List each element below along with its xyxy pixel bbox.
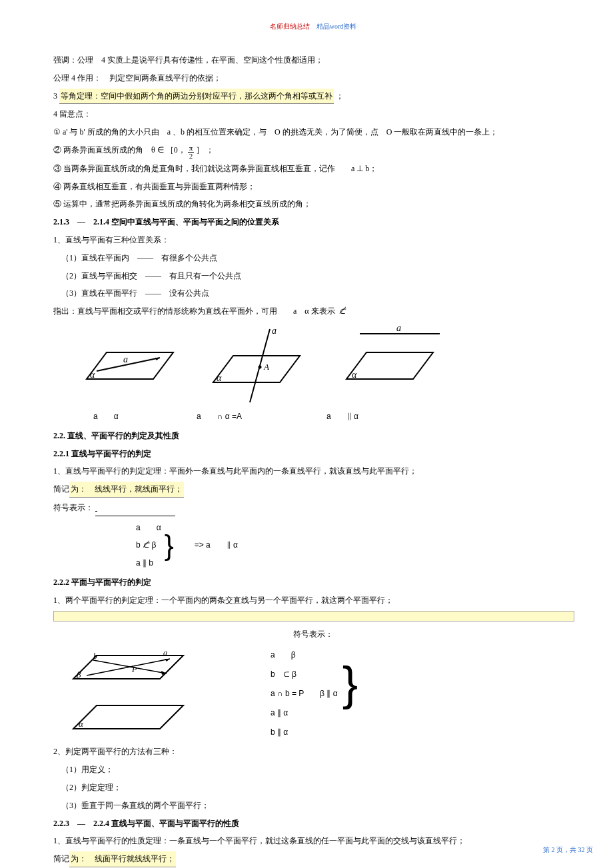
list-item: （3）垂直于同一条直线的两个平面平行；	[53, 798, 573, 813]
highlight-text: 等角定理：空间中假如两个角的两边分别对应平行，那么这两个角相等或互补	[59, 89, 334, 105]
paragraph: 2、判定两平面平行的方法有三种：	[53, 744, 573, 759]
text: 指出：直线与平面相交或平行的情形统称为直线在平面外，可用 a α 来表示	[53, 306, 335, 316]
paragraph: 公理 4 作用： 判定空间两条直线平行的依据；	[53, 71, 573, 86]
section-heading: 2.2.3 — 2.2.4 直线与平面、平面与平面平行的性质	[53, 816, 573, 831]
period: ；	[336, 91, 344, 101]
diagram-and-symbols: a b P β α a β } b ⊂ β a ∩ b = P β ∥ α a …	[53, 646, 573, 741]
text: ］ ；	[196, 145, 214, 155]
svg-text:a: a	[272, 326, 277, 336]
sym-line: a β	[267, 646, 342, 665]
caption: a ∩ α =A	[197, 409, 326, 424]
highlight-box	[53, 611, 574, 622]
diagram-line-parallel-plane: a α	[333, 326, 446, 389]
paragraph: 强调：公理 4 实质上是说平行具有传递性，在平面、空间这个性质都适用；	[53, 53, 573, 68]
paragraph: 符号表示：	[53, 500, 573, 516]
paragraph: 简记为： 线线平行，就线面平行；	[53, 482, 573, 498]
text: ② 两条异面直线所成的角 θ ∈ ［0，	[53, 145, 186, 155]
paragraph: 1、直线与平面有三种位置关系：	[53, 232, 573, 248]
section-heading: 2.2.1 直线与平面平行的判定	[53, 446, 573, 462]
text: 简记	[53, 484, 69, 494]
list-item: （2）直线与平面相交 —— 有且只有一个公共点	[53, 268, 573, 284]
svg-text:α: α	[79, 719, 84, 729]
sym-result: => a ∥ α	[175, 519, 239, 572]
page-footer: 第 2 页，共 32 页	[543, 843, 593, 856]
list-item: （2）判定定理；	[53, 780, 573, 795]
symbol-notation-2: a β } b ⊂ β a ∩ b = P β ∥ α a ∥ α b ∥ α	[267, 646, 364, 741]
sym-line: a α	[133, 519, 164, 537]
label: 符号表示：	[53, 627, 573, 642]
svg-text:A: A	[263, 362, 269, 372]
svg-text:a: a	[163, 648, 167, 657]
caption: a α	[93, 409, 197, 424]
paragraph: 4 留意点：	[53, 107, 573, 122]
svg-text:a: a	[123, 354, 128, 364]
paragraph: 1、直线与平面平行的性质定理：一条直线与一个平面平行，就过这条直线的任一平面与此…	[53, 833, 573, 849]
symbol-notation-1: a α } => a ∥ α b ⊂ β a ∥ b	[133, 519, 267, 572]
svg-text:β: β	[76, 669, 81, 679]
diagram-captions: a α a ∩ α =A a ∥ α	[93, 409, 573, 424]
section-heading: 2.2. 直线、平面平行的判定及其性质	[53, 428, 573, 444]
paragraph: 3 等角定理：空间中假如两个角的两边分别对应平行，那么这两个角相等或互补 ；	[53, 89, 573, 105]
svg-text:α: α	[352, 370, 357, 380]
svg-text:b: b	[93, 651, 97, 661]
paragraph: 简记为： 线面平行就线线平行；	[53, 851, 573, 867]
header-red: 名师归纳总结	[270, 23, 310, 30]
plane-diagrams: a α a A α a α	[73, 326, 573, 406]
svg-text:P: P	[131, 665, 137, 674]
paragraph: 指出：直线与平面相交或平行的情形统称为直线在平面外，可用 a α 来表示 ⊂	[53, 304, 573, 319]
sym-line: a ∥ α	[267, 703, 342, 723]
not-subset-icon: ⊂	[339, 304, 346, 319]
highlight-text: 为： 线线平行，就线面平行；	[69, 482, 184, 498]
svg-line-1	[97, 358, 160, 371]
header-blue: 精品word资料	[316, 23, 357, 30]
svg-marker-0	[87, 352, 173, 379]
diagram-line-in-plane: a α	[73, 326, 180, 389]
sym-line: b ∥ α	[267, 723, 342, 742]
section-heading: 2.2.2 平面与平面平行的判定	[53, 575, 573, 590]
item-number: 3	[53, 91, 57, 101]
paragraph: ④ 两条直线相互垂直，有共面垂直与异面垂直两种情形；	[53, 179, 573, 195]
svg-text:α: α	[90, 370, 95, 380]
highlight-text: 为： 线面平行就线线平行；	[69, 851, 176, 867]
brace-icon: }	[342, 657, 358, 709]
not-subset-icon: ⊂	[143, 538, 149, 553]
fraction-pi-over-2: π2	[188, 145, 195, 160]
svg-marker-13	[346, 352, 433, 379]
paragraph: 1、两个平面平行的判定定理：一个平面内的两条交直线与另一个平面平行，就这两个平面…	[53, 593, 573, 608]
sym-line: a ∥ b	[133, 554, 164, 572]
sym-line: b ⊂ β	[133, 536, 164, 554]
section-heading: 2.1.3 — 2.1.4 空间中直线与平面、平面与平面之间的位置关系	[53, 215, 573, 230]
list-item: （1）用定义；	[53, 762, 573, 777]
diagram-two-planes: a b P β α	[53, 646, 200, 739]
paragraph: ② 两条异面直线所成的角 θ ∈ ［0， π2 ］ ；	[53, 143, 573, 159]
paragraph: 1、直线与平面平行的判定定理：平面外一条直线与此平面内的一条直线平行，就该直线与…	[53, 464, 573, 479]
sym-line: b ⊂ β	[267, 665, 342, 684]
svg-text:α: α	[217, 373, 222, 383]
svg-marker-24	[73, 705, 183, 729]
svg-text:a: a	[396, 326, 401, 333]
caption: a ∥ α	[326, 409, 358, 424]
sym-line: a ∩ b = P β ∥ α	[267, 684, 342, 703]
svg-point-8	[259, 365, 262, 368]
text: 简记	[53, 854, 69, 863]
list-item: （1）直线在平面内 —— 有很多个公共点	[53, 250, 573, 266]
diagram-line-intersects-plane: a A α	[200, 326, 313, 406]
paragraph: ③ 当两条异面直线所成的角是直角时，我们就说这两条异面直线相互垂直，记作 a ⊥…	[53, 161, 573, 177]
paragraph: ⑤ 运算中，通常把两条异面直线所成的角转化为两条相交直线所成的角；	[53, 197, 573, 212]
list-item: （3）直线在平面平行 —— 没有公共点	[53, 286, 573, 301]
page-header: 名师归纳总结 精品word资料	[53, 20, 573, 33]
paragraph: ① a' 与 b' 所成的角的大小只由 a 、b 的相互位置来确定，与 O 的挑…	[53, 125, 573, 140]
text: 符号表示：	[53, 503, 93, 512]
